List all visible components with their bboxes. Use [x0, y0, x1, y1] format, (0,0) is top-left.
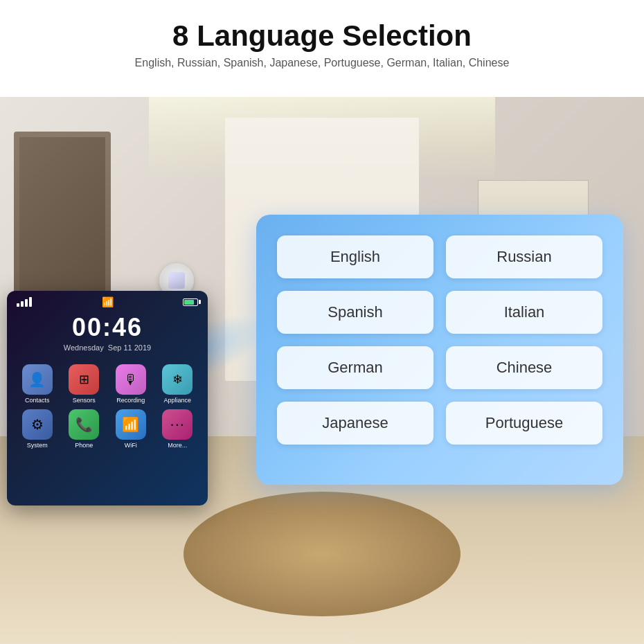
app-more-icon: ···: [162, 409, 193, 440]
app-wifi-label: WiFi: [125, 442, 137, 449]
device-time: 00:46: [7, 310, 208, 343]
device-apps-grid: 👤 Contacts ⊞ Sensors 🎙 Recording ❄ Appli…: [7, 359, 208, 454]
app-contacts-icon: 👤: [22, 364, 53, 395]
device-date: Wednesday Sep 11 2019: [7, 343, 208, 359]
wall-device-inner: [168, 272, 185, 289]
app-sensors-icon: ⊞: [69, 364, 99, 395]
language-panel: English Russian Spanish Italian German C…: [256, 215, 623, 485]
signal-bar-2: [21, 301, 24, 307]
app-recording-icon: 🎙: [116, 364, 146, 395]
app-wifi[interactable]: 📶 WiFi: [110, 409, 152, 449]
lang-russian-button[interactable]: Russian: [446, 235, 602, 278]
lang-italian-button[interactable]: Italian: [446, 291, 602, 334]
app-system-label: System: [27, 442, 48, 449]
table: [184, 492, 460, 616]
app-recording[interactable]: 🎙 Recording: [110, 364, 152, 404]
lang-portuguese-button[interactable]: Portuguese: [446, 402, 602, 445]
signal-bar-3: [25, 299, 28, 307]
app-appliance[interactable]: ❄ Appliance: [157, 364, 199, 404]
lang-japanese-button[interactable]: Japanese: [277, 402, 433, 445]
app-contacts-label: Contacts: [25, 397, 50, 404]
battery-fill: [184, 300, 194, 305]
app-appliance-label: Appliance: [163, 397, 191, 404]
app-phone[interactable]: 📞 Phone: [64, 409, 105, 449]
app-phone-icon: 📞: [69, 409, 99, 440]
app-appliance-icon: ❄: [162, 364, 193, 395]
device-status-bar: 📶: [7, 291, 208, 310]
page-title: 8 Language Selection: [0, 19, 644, 53]
app-more[interactable]: ··· More...: [157, 409, 199, 449]
lang-german-button[interactable]: German: [277, 346, 433, 389]
device-mockup: 📶 00:46 Wednesday Sep 11 2019 👤 Contacts…: [7, 291, 208, 506]
battery-indicator: [183, 298, 198, 306]
lang-chinese-button[interactable]: Chinese: [446, 346, 602, 389]
room-background: 📶 00:46 Wednesday Sep 11 2019 👤 Contacts…: [0, 97, 644, 644]
wifi-icon: 📶: [102, 296, 114, 307]
app-sensors-label: Sensors: [73, 397, 96, 404]
app-phone-label: Phone: [75, 442, 93, 449]
app-sensors[interactable]: ⊞ Sensors: [64, 364, 105, 404]
page-subtitle: English, Russian, Spanish, Japanese, Por…: [0, 57, 644, 69]
page-header: 8 Language Selection English, Russian, S…: [0, 0, 644, 76]
app-recording-label: Recording: [116, 397, 145, 404]
app-more-label: More...: [168, 442, 187, 449]
app-wifi-icon: 📶: [116, 409, 146, 440]
lang-spanish-button[interactable]: Spanish: [277, 291, 433, 334]
signal-bar-1: [17, 303, 19, 307]
lang-english-button[interactable]: English: [277, 235, 433, 278]
signal-bars: [17, 297, 32, 307]
device-screen: 📶 00:46 Wednesday Sep 11 2019 👤 Contacts…: [7, 291, 208, 506]
language-grid: English Russian Spanish Italian German C…: [277, 235, 602, 445]
app-system[interactable]: ⚙ System: [17, 409, 58, 449]
app-contacts[interactable]: 👤 Contacts: [17, 364, 58, 404]
app-system-icon: ⚙: [22, 409, 53, 440]
signal-bar-4: [29, 297, 32, 307]
